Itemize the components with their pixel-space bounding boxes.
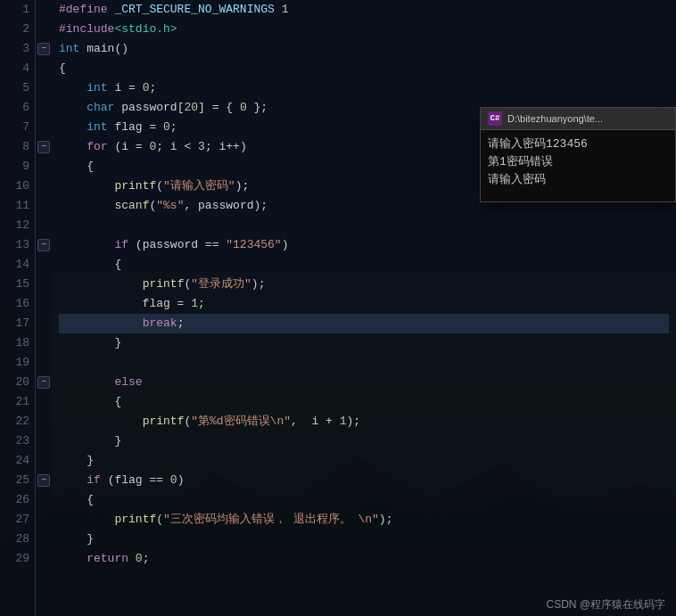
code-line: } [59,451,669,471]
code-line: flag = 1; [59,294,669,314]
code-area: 1234567891011121314151617181920212223242… [0,0,676,616]
fold-button[interactable]: − [37,43,50,55]
fold-button[interactable]: − [37,239,50,251]
terminal-title: D:\bitezhuanyong\te... [507,113,603,124]
code-line: printf("第%d密码错误\n", i + 1); [59,412,669,431]
terminal-line: 第1密码错误 [488,153,668,171]
code-line [59,353,669,373]
terminal-titlebar: C# D:\bitezhuanyong\te... [481,108,675,130]
code-line: } [59,530,669,549]
watermark: CSDN @程序猿在线码字 [535,594,676,616]
fold-column: −−−−− [36,0,52,616]
code-line: if (password == "123456") [59,235,669,255]
code-line [59,216,669,235]
terminal-icon: C# [488,111,502,126]
code-line: int i = 0; [59,78,669,98]
fold-button[interactable]: − [37,474,50,487]
code-line: int main() [59,39,669,59]
code-line: break; [59,314,669,333]
code-line: #define _CRT_SECURE_NO_WARNINGS 1 [59,0,669,20]
code-line: printf("三次密码均输入错误， 退出程序。 \n"); [59,510,669,530]
code-line: if (flag == 0) [59,471,669,490]
terminal-popup: C# D:\bitezhuanyong\te... 请输入密码123456第1密… [480,107,676,202]
fold-button[interactable]: − [37,141,50,153]
fold-button[interactable]: − [37,376,50,389]
code-content: #define _CRT_SECURE_NO_WARNINGS 1#includ… [52,0,676,616]
code-line: { [59,490,669,510]
code-line: return 0; [59,549,669,569]
code-line: } [59,333,669,353]
terminal-line: 请输入密码123456 [488,136,668,153]
terminal-line: 请输入密码 [488,171,668,189]
code-line: { [59,59,669,78]
terminal-body: 请输入密码123456第1密码错误请输入密码 [481,130,675,201]
code-line: { [59,255,669,275]
code-line: #include<stdio.h> [59,20,669,39]
line-numbers: 1234567891011121314151617181920212223242… [0,0,36,616]
code-line: printf("登录成功"); [59,275,669,294]
code-line: } [59,431,669,451]
code-editor: 1234567891011121314151617181920212223242… [0,0,676,616]
code-line: else [59,373,669,392]
code-line: { [59,392,669,412]
